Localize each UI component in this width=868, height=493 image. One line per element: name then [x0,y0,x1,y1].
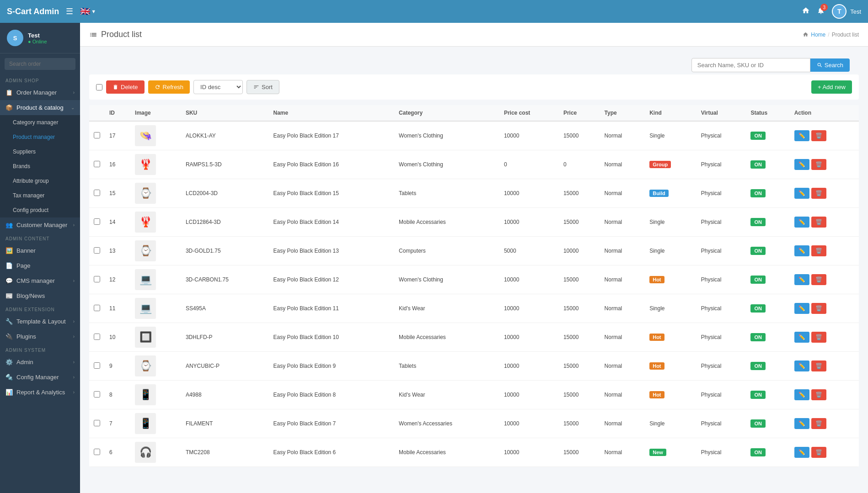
row-type: Normal [600,121,645,150]
row-sku: 3D-CARBON1.75 [181,265,269,294]
row-checkbox-11[interactable] [94,305,100,311]
row-id: 8 [105,381,130,409]
menu-toggle-icon[interactable]: ☰ [66,6,73,16]
sidebar-item-report-analytics[interactable]: 📊Report & Analytics › [0,385,80,400]
row-category: Women's Accessaries [394,409,499,438]
delete-row-button-12[interactable]: 🗑️ [811,274,826,285]
row-checkbox-14[interactable] [94,218,100,225]
home-nav-icon[interactable] [802,6,810,16]
row-checkbox-15[interactable] [94,190,100,196]
edit-button-12[interactable]: ✏️ [794,274,809,285]
row-category: Kid's Wear [394,381,499,409]
row-checkbox-12[interactable] [94,276,100,282]
sidebar-search-input[interactable] [5,58,75,70]
delete-row-button-9[interactable]: 🗑️ [811,360,826,371]
sidebar: S Test ● Online ADMIN SHOP 📋Order Manage… [0,23,80,493]
edit-button-14[interactable]: ✏️ [794,217,809,228]
sidebar-item-cms-manager[interactable]: 💬CMS manager › [0,273,80,288]
sidebar-item-config-product[interactable]: Config product [0,203,80,217]
edit-button-16[interactable]: ✏️ [794,159,809,170]
chevron-icon: › [73,375,75,380]
breadcrumb-home[interactable]: Home [811,32,825,38]
sidebar-item-page[interactable]: 📄Page [0,258,80,273]
sidebar-item-attribute-group[interactable]: Attribute group [0,174,80,188]
sidebar-item-brands[interactable]: Brands [0,159,80,174]
edit-button-8[interactable]: ✏️ [794,389,809,400]
delete-row-button-16[interactable]: 🗑️ [811,159,826,170]
sidebar-item-config-manager[interactable]: 🔩Config Manager › [0,370,80,385]
edit-button-15[interactable]: ✏️ [794,188,809,199]
edit-button-13[interactable]: ✏️ [794,245,809,256]
sort-select[interactable]: ID desc ID asc Name asc Name desc [193,80,243,94]
delete-row-button-11[interactable]: 🗑️ [811,303,826,314]
delete-row-button-6[interactable]: 🗑️ [811,447,826,458]
delete-row-button-10[interactable]: 🗑️ [811,332,826,343]
edit-button-7[interactable]: ✏️ [794,418,809,429]
customer-icon: 👥 [5,222,13,228]
sidebar-user-name: Test [28,32,47,39]
sidebar-item-plugins[interactable]: 🔌Plugins › [0,329,80,344]
sidebar-item-tax-manager[interactable]: Tax manager [0,188,80,203]
row-checkbox-17[interactable] [94,132,100,138]
search-button[interactable]: Search [810,58,850,72]
delete-row-button-7[interactable]: 🗑️ [811,418,826,429]
row-virtual: Physical [697,179,746,208]
row-status: ON [746,323,789,352]
delete-button[interactable]: Delete [106,80,145,94]
row-checkbox-6[interactable] [94,449,100,455]
row-category: Mobile Accessaries [394,208,499,237]
refresh-button[interactable]: Refresh [148,80,190,94]
sidebar-item-category-manager[interactable]: Category manager [0,115,80,130]
row-checkbox-7[interactable] [94,420,100,426]
row-price: 15000 [559,409,600,438]
edit-button-17[interactable]: ✏️ [794,130,809,141]
sort-button[interactable]: Sort [246,80,279,94]
row-checkbox-16[interactable] [94,161,100,167]
row-action: ✏️ 🗑️ [790,323,859,352]
sidebar-item-order-manager[interactable]: 📋Order Manager › [0,85,80,100]
row-image-cell: ⌚ [130,352,181,381]
admin-icon: ⚙️ [5,359,13,366]
sidebar-item-suppliers[interactable]: Suppliers [0,144,80,159]
delete-row-button-17[interactable]: 🗑️ [811,130,826,141]
sidebar-search-area [0,53,80,74]
add-new-button[interactable]: + Add new [811,80,852,94]
row-checkbox-10[interactable] [94,334,100,340]
row-category: Tablets [394,179,499,208]
row-checkbox-9[interactable] [94,362,100,369]
edit-button-10[interactable]: ✏️ [794,332,809,343]
sidebar-item-admin[interactable]: ⚙️Admin › [0,355,80,370]
row-kind: Single [645,121,697,150]
sidebar-item-product-catalog[interactable]: 📦Product & catalog ⌄ [0,100,80,115]
col-price-cost: Price cost [499,105,559,121]
edit-button-11[interactable]: ✏️ [794,303,809,314]
delete-row-button-14[interactable]: 🗑️ [811,217,826,228]
sidebar-item-banner[interactable]: 🖼️Banner [0,243,80,258]
sidebar-item-template-layout[interactable]: 🔧Template & Layout › [0,314,80,329]
row-checkbox-8[interactable] [94,391,100,398]
row-type: Normal [600,150,645,179]
delete-row-button-15[interactable]: 🗑️ [811,188,826,199]
edit-button-6[interactable]: ✏️ [794,447,809,458]
user-name-label: Test [850,8,861,15]
sidebar-item-product-manager[interactable]: Product manager [0,130,80,144]
delete-row-button-13[interactable]: 🗑️ [811,245,826,256]
notifications-icon[interactable]: 3 [817,6,825,16]
delete-row-button-8[interactable]: 🗑️ [811,389,826,400]
col-price: Price [559,105,600,121]
row-sku: 3D-GOLD1.75 [181,237,269,265]
row-virtual: Physical [697,121,746,150]
edit-button-9[interactable]: ✏️ [794,360,809,371]
row-status: ON [746,121,789,150]
select-all-checkbox[interactable] [96,84,102,90]
row-type: Normal [600,265,645,294]
row-checkbox-13[interactable] [94,247,100,254]
flag-selector[interactable]: 🇬🇧 ▼ [80,6,96,16]
search-input[interactable] [691,58,810,72]
sidebar-item-blog-news[interactable]: 📰Blog/News [0,288,80,303]
sidebar-item-customer-manager[interactable]: 👥Customer Manager › [0,217,80,233]
row-type: Normal [600,208,645,237]
search-area: Search [89,53,859,74]
user-menu[interactable]: T Test [832,4,861,19]
section-admin-system: ADMIN SYSTEM [0,344,80,355]
